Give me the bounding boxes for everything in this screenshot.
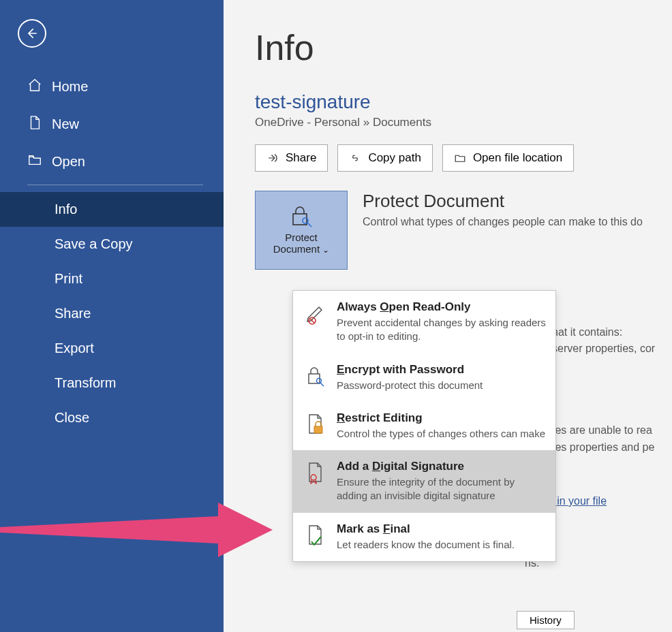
- open-location-label: Open file location: [473, 151, 562, 165]
- protect-document-menu: Always Open Read-Only Prevent accidental…: [292, 290, 556, 562]
- sidebar-close[interactable]: Close: [0, 400, 224, 435]
- sidebar-open-label: Open: [52, 154, 85, 170]
- sidebar-new-label: New: [52, 116, 79, 132]
- home-icon: [27, 78, 42, 96]
- share-icon: [266, 152, 279, 164]
- svg-rect-5: [314, 426, 322, 433]
- sidebar-share[interactable]: Share: [0, 296, 224, 331]
- pencil-block-icon: [304, 300, 327, 325]
- menu-title: Encrypt with Password: [337, 363, 483, 377]
- menu-desc: Prevent accidental changes by asking rea…: [337, 316, 546, 344]
- sidebar-divider: [27, 185, 203, 185]
- sidebar-export[interactable]: Export: [0, 331, 224, 366]
- sidebar-open[interactable]: Open: [0, 143, 224, 180]
- menu-restrict-editing[interactable]: Restrict Editing Control the types of ch…: [293, 402, 555, 450]
- sidebar-home[interactable]: Home: [0, 68, 224, 106]
- menu-desc: Let readers know the document is final.: [337, 538, 515, 552]
- protect-section: Protect Document ⌄ Protect Document Cont…: [255, 191, 672, 270]
- menu-desc: Control the types of changes others can …: [337, 427, 545, 441]
- share-button[interactable]: Share: [255, 144, 328, 172]
- menu-title: Mark as Final: [337, 522, 515, 536]
- back-button[interactable]: [18, 19, 46, 48]
- share-label: Share: [286, 151, 316, 165]
- sidebar-save-copy[interactable]: Save a Copy: [0, 227, 224, 262]
- chevron-down-icon: ⌄: [322, 245, 329, 255]
- menu-title: Always Open Read-Only: [337, 300, 546, 314]
- menu-mark-final[interactable]: Mark as Final Let readers know the docum…: [293, 513, 555, 561]
- sidebar-new[interactable]: New: [0, 106, 224, 143]
- tile-line1: Protect: [285, 232, 318, 243]
- menu-desc: Ensure the integrity of the document by …: [337, 475, 546, 503]
- menu-always-open-read-only[interactable]: Always Open Read-Only Prevent accidental…: [293, 291, 555, 353]
- sidebar: Home New Open Info Save a Copy Print Sha…: [0, 0, 224, 632]
- menu-title: Restrict Editing: [337, 411, 545, 425]
- history-remnant: History: [517, 611, 575, 629]
- page-title: Info: [255, 27, 672, 68]
- protect-heading: Protect Document: [363, 191, 643, 212]
- copy-path-label: Copy path: [368, 151, 421, 165]
- folder-icon: [454, 152, 466, 164]
- menu-add-digital-signature[interactable]: Add a Digital Signature Ensure the integ…: [293, 450, 555, 513]
- menu-encrypt-password[interactable]: Encrypt with Password Password-protect t…: [293, 353, 555, 402]
- svg-point-4: [317, 378, 322, 383]
- breadcrumb: OneDrive - Personal » Documents: [255, 116, 672, 129]
- sidebar-transform[interactable]: Transform: [0, 366, 224, 400]
- open-location-button[interactable]: Open file location: [442, 144, 574, 172]
- file-lock-icon: [304, 411, 327, 436]
- file-ribbon-icon: [304, 460, 327, 484]
- file-check-icon: [304, 522, 327, 547]
- document-title: test-signature: [255, 91, 672, 113]
- backstage-view: Home New Open Info Save a Copy Print Sha…: [0, 0, 672, 632]
- svg-point-6: [311, 475, 316, 480]
- lock-key-icon: [289, 206, 314, 227]
- file-icon: [27, 115, 42, 133]
- lock-key-icon: [304, 363, 327, 388]
- tile-line2: Document: [273, 243, 320, 255]
- link-icon: [349, 152, 361, 164]
- menu-desc: Password-protect this document: [337, 379, 483, 392]
- back-arrow-icon: [25, 27, 39, 40]
- sidebar-print[interactable]: Print: [0, 262, 224, 296]
- protect-document-button[interactable]: Protect Document ⌄: [255, 191, 348, 270]
- menu-title: Add a Digital Signature: [337, 460, 546, 473]
- sidebar-home-label: Home: [52, 79, 88, 95]
- protect-desc: Control what types of changes people can…: [363, 216, 643, 228]
- sidebar-info[interactable]: Info: [0, 192, 224, 227]
- copy-path-button[interactable]: Copy path: [337, 144, 433, 172]
- folder-open-icon: [27, 153, 42, 171]
- action-row: Share Copy path Open file location: [255, 144, 672, 172]
- protect-text: Protect Document Control what types of c…: [363, 191, 643, 228]
